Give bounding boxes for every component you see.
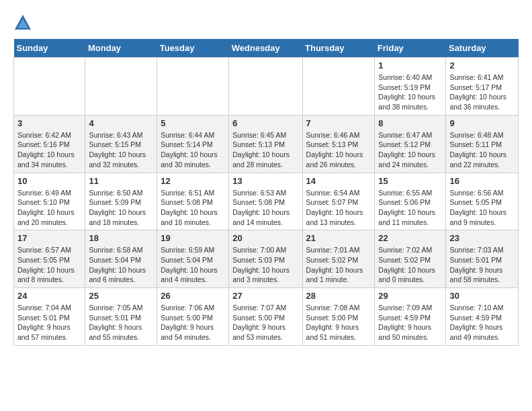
day-header-saturday: Saturday xyxy=(446,39,519,58)
day-info: Sunrise: 6:58 AM Sunset: 5:04 PM Dayligh… xyxy=(89,245,153,285)
day-info: Sunrise: 6:45 AM Sunset: 5:13 PM Dayligh… xyxy=(232,130,298,170)
day-number: 19 xyxy=(161,233,225,243)
day-info: Sunrise: 7:07 AM Sunset: 5:00 PM Dayligh… xyxy=(232,303,298,342)
calendar-cell: 17Sunrise: 6:57 AM Sunset: 5:05 PM Dayli… xyxy=(14,230,85,288)
day-header-monday: Monday xyxy=(85,39,157,58)
calendar-cell: 16Sunrise: 6:56 AM Sunset: 5:05 PM Dayli… xyxy=(446,173,519,230)
calendar-cell: 12Sunrise: 6:51 AM Sunset: 5:08 PM Dayli… xyxy=(157,173,229,230)
day-number: 27 xyxy=(232,291,298,301)
page-header xyxy=(13,13,519,32)
calendar-cell xyxy=(14,58,85,116)
day-info: Sunrise: 7:01 AM Sunset: 5:02 PM Dayligh… xyxy=(306,245,371,285)
day-number: 12 xyxy=(161,176,225,186)
day-number: 8 xyxy=(378,118,442,128)
calendar-week-5: 24Sunrise: 7:04 AM Sunset: 5:01 PM Dayli… xyxy=(14,288,519,346)
day-info: Sunrise: 7:05 AM Sunset: 5:01 PM Dayligh… xyxy=(89,303,153,342)
day-info: Sunrise: 6:49 AM Sunset: 5:10 PM Dayligh… xyxy=(17,188,81,228)
day-header-friday: Friday xyxy=(375,39,446,58)
logo xyxy=(13,13,35,32)
day-info: Sunrise: 6:51 AM Sunset: 5:08 PM Dayligh… xyxy=(161,188,225,228)
calendar-cell: 4Sunrise: 6:43 AM Sunset: 5:15 PM Daylig… xyxy=(85,115,157,173)
day-info: Sunrise: 6:53 AM Sunset: 5:08 PM Dayligh… xyxy=(232,188,298,228)
day-info: Sunrise: 6:47 AM Sunset: 5:12 PM Dayligh… xyxy=(378,130,442,170)
day-info: Sunrise: 7:06 AM Sunset: 5:00 PM Dayligh… xyxy=(161,303,225,342)
day-number: 17 xyxy=(17,233,81,243)
day-number: 6 xyxy=(232,118,298,128)
calendar-cell xyxy=(302,58,375,116)
calendar-cell: 5Sunrise: 6:44 AM Sunset: 5:14 PM Daylig… xyxy=(157,115,229,173)
calendar-header: SundayMondayTuesdayWednesdayThursdayFrid… xyxy=(14,39,519,58)
day-info: Sunrise: 6:56 AM Sunset: 5:05 PM Dayligh… xyxy=(449,188,515,228)
calendar-cell: 19Sunrise: 6:59 AM Sunset: 5:04 PM Dayli… xyxy=(157,230,229,288)
day-number: 16 xyxy=(449,176,515,186)
day-info: Sunrise: 6:46 AM Sunset: 5:13 PM Dayligh… xyxy=(306,130,371,170)
day-number: 13 xyxy=(232,176,298,186)
day-number: 21 xyxy=(306,233,371,243)
calendar-cell: 15Sunrise: 6:55 AM Sunset: 5:06 PM Dayli… xyxy=(375,173,446,230)
calendar-cell: 1Sunrise: 6:40 AM Sunset: 5:19 PM Daylig… xyxy=(375,58,446,116)
day-number: 11 xyxy=(89,176,153,186)
day-number: 3 xyxy=(17,118,81,128)
day-info: Sunrise: 6:43 AM Sunset: 5:15 PM Dayligh… xyxy=(89,130,153,170)
calendar-week-2: 3Sunrise: 6:42 AM Sunset: 5:16 PM Daylig… xyxy=(14,115,519,173)
day-number: 23 xyxy=(449,233,515,243)
day-number: 1 xyxy=(378,60,442,71)
day-info: Sunrise: 6:59 AM Sunset: 5:04 PM Dayligh… xyxy=(161,245,225,285)
day-info: Sunrise: 6:54 AM Sunset: 5:07 PM Dayligh… xyxy=(306,188,371,228)
day-info: Sunrise: 6:44 AM Sunset: 5:14 PM Dayligh… xyxy=(161,130,225,170)
calendar-body: 1Sunrise: 6:40 AM Sunset: 5:19 PM Daylig… xyxy=(14,58,519,346)
calendar-cell: 13Sunrise: 6:53 AM Sunset: 5:08 PM Dayli… xyxy=(229,173,302,230)
calendar-week-3: 10Sunrise: 6:49 AM Sunset: 5:10 PM Dayli… xyxy=(14,173,519,230)
calendar-cell: 30Sunrise: 7:10 AM Sunset: 4:59 PM Dayli… xyxy=(446,288,519,346)
calendar-cell: 9Sunrise: 6:48 AM Sunset: 5:11 PM Daylig… xyxy=(446,115,519,173)
day-info: Sunrise: 7:03 AM Sunset: 5:01 PM Dayligh… xyxy=(449,245,515,285)
calendar-cell: 24Sunrise: 7:04 AM Sunset: 5:01 PM Dayli… xyxy=(14,288,85,346)
calendar-cell: 26Sunrise: 7:06 AM Sunset: 5:00 PM Dayli… xyxy=(157,288,229,346)
day-number: 20 xyxy=(232,233,298,243)
calendar-cell: 20Sunrise: 7:00 AM Sunset: 5:03 PM Dayli… xyxy=(229,230,302,288)
logo-icon xyxy=(13,13,32,32)
day-number: 4 xyxy=(89,118,153,128)
day-info: Sunrise: 6:41 AM Sunset: 5:17 PM Dayligh… xyxy=(449,73,515,112)
day-info: Sunrise: 7:02 AM Sunset: 5:02 PM Dayligh… xyxy=(378,245,442,285)
day-number: 14 xyxy=(306,176,371,186)
day-header-sunday: Sunday xyxy=(14,39,85,58)
calendar-cell: 14Sunrise: 6:54 AM Sunset: 5:07 PM Dayli… xyxy=(302,173,375,230)
day-number: 28 xyxy=(306,291,371,301)
day-header-tuesday: Tuesday xyxy=(157,39,229,58)
day-info: Sunrise: 6:57 AM Sunset: 5:05 PM Dayligh… xyxy=(17,245,81,285)
day-info: Sunrise: 6:48 AM Sunset: 5:11 PM Dayligh… xyxy=(449,130,515,170)
day-info: Sunrise: 7:09 AM Sunset: 4:59 PM Dayligh… xyxy=(378,303,442,342)
day-number: 2 xyxy=(449,60,515,71)
day-number: 22 xyxy=(378,233,442,243)
calendar-cell: 22Sunrise: 7:02 AM Sunset: 5:02 PM Dayli… xyxy=(375,230,446,288)
day-number: 5 xyxy=(161,118,225,128)
calendar-cell: 21Sunrise: 7:01 AM Sunset: 5:02 PM Dayli… xyxy=(302,230,375,288)
calendar-cell: 23Sunrise: 7:03 AM Sunset: 5:01 PM Dayli… xyxy=(446,230,519,288)
calendar-cell: 11Sunrise: 6:50 AM Sunset: 5:09 PM Dayli… xyxy=(85,173,157,230)
day-number: 25 xyxy=(89,291,153,301)
calendar-cell xyxy=(85,58,157,116)
day-number: 18 xyxy=(89,233,153,243)
day-number: 29 xyxy=(378,291,442,301)
calendar-cell: 8Sunrise: 6:47 AM Sunset: 5:12 PM Daylig… xyxy=(375,115,446,173)
day-number: 10 xyxy=(17,176,81,186)
calendar-cell: 2Sunrise: 6:41 AM Sunset: 5:17 PM Daylig… xyxy=(446,58,519,116)
calendar-cell: 25Sunrise: 7:05 AM Sunset: 5:01 PM Dayli… xyxy=(85,288,157,346)
day-number: 30 xyxy=(449,291,515,301)
calendar-cell: 3Sunrise: 6:42 AM Sunset: 5:16 PM Daylig… xyxy=(14,115,85,173)
day-info: Sunrise: 6:50 AM Sunset: 5:09 PM Dayligh… xyxy=(89,188,153,228)
day-number: 9 xyxy=(449,118,515,128)
calendar-cell: 28Sunrise: 7:08 AM Sunset: 5:00 PM Dayli… xyxy=(302,288,375,346)
calendar-cell: 6Sunrise: 6:45 AM Sunset: 5:13 PM Daylig… xyxy=(229,115,302,173)
calendar-cell: 18Sunrise: 6:58 AM Sunset: 5:04 PM Dayli… xyxy=(85,230,157,288)
calendar-cell xyxy=(157,58,229,116)
calendar-cell: 10Sunrise: 6:49 AM Sunset: 5:10 PM Dayli… xyxy=(14,173,85,230)
day-info: Sunrise: 6:55 AM Sunset: 5:06 PM Dayligh… xyxy=(378,188,442,228)
day-info: Sunrise: 7:10 AM Sunset: 4:59 PM Dayligh… xyxy=(449,303,515,342)
calendar-table: SundayMondayTuesdayWednesdayThursdayFrid… xyxy=(13,39,519,346)
day-info: Sunrise: 7:08 AM Sunset: 5:00 PM Dayligh… xyxy=(306,303,371,342)
day-number: 7 xyxy=(306,118,371,128)
day-number: 26 xyxy=(161,291,225,301)
day-header-thursday: Thursday xyxy=(302,39,375,58)
